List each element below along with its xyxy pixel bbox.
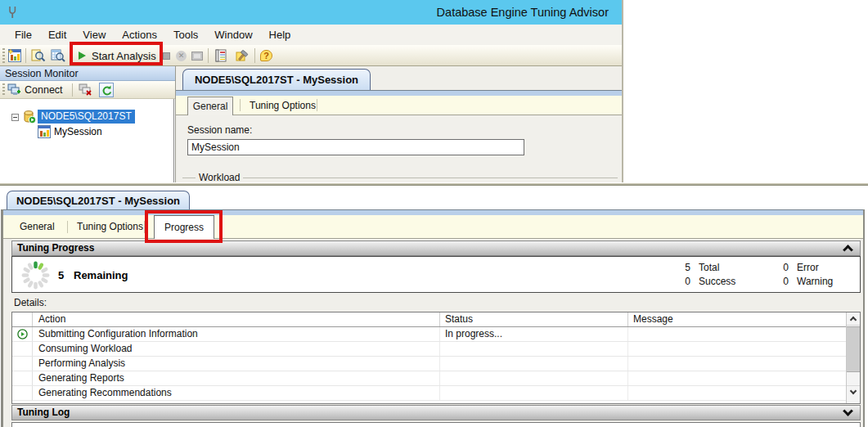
remaining-label: Remaining bbox=[74, 257, 128, 294]
new-session-icon[interactable] bbox=[8, 49, 23, 62]
progress-spinner-icon bbox=[20, 260, 51, 294]
session-document-bottom: NODE5\SQL2017ST - MySession General Tuni… bbox=[0, 187, 868, 427]
progress-tab-page: Tuning Progress bbox=[3, 239, 863, 427]
details-label: Details: bbox=[14, 297, 47, 308]
annotation-box-start-analysis bbox=[70, 42, 163, 65]
status-icon-column bbox=[12, 312, 33, 326]
collapse-chevron-icon[interactable] bbox=[843, 245, 853, 255]
subtab-strip-top: General Tuning Options bbox=[176, 96, 623, 115]
tuning-progress-bar: Tuning Progress bbox=[11, 240, 861, 256]
session-name-input[interactable] bbox=[187, 139, 524, 155]
tuning-log-header: Tuning Log bbox=[17, 407, 70, 418]
screenshot-separator bbox=[0, 183, 868, 186]
tab-tuning-options[interactable]: Tuning Options bbox=[77, 215, 143, 239]
table-row[interactable]: Generating Reports bbox=[12, 371, 860, 386]
session-name-label: Session name: bbox=[187, 124, 252, 136]
toolbar-separator bbox=[254, 48, 255, 63]
column-status[interactable]: Status bbox=[440, 312, 628, 326]
remaining-count: 5 bbox=[58, 257, 64, 294]
tab-tuning-options[interactable]: Tuning Options bbox=[250, 96, 316, 115]
counter-total: 5 Total bbox=[671, 262, 719, 273]
connect-button[interactable]: Connect bbox=[25, 81, 63, 99]
tab-page-frame: General Tuning Options Progress Tuning P… bbox=[1, 209, 865, 427]
tuning-log-bar: Tuning Log bbox=[11, 405, 861, 420]
tab-band bbox=[176, 90, 623, 96]
session-monitor-header: Session Monitor bbox=[0, 66, 175, 81]
stop-analysis-icon[interactable] bbox=[163, 52, 170, 60]
toolbar-separator bbox=[208, 48, 209, 63]
column-message[interactable]: Message bbox=[628, 312, 860, 326]
session-monitor-panel: Session Monitor Connect bbox=[0, 66, 175, 182]
session-document-top: NODE5\SQL2017ST - MySession General Tuni… bbox=[175, 66, 623, 182]
counter-warning: 0 Warning bbox=[769, 276, 833, 287]
workload-groupbox bbox=[182, 178, 618, 178]
subtab-separator bbox=[317, 99, 317, 111]
table-header-row: Action Status Message bbox=[12, 312, 860, 327]
table-row[interactable]: Submitting Configuration Information In … bbox=[12, 327, 860, 342]
toolbar-grip[interactable] bbox=[2, 83, 5, 97]
session-monitor-toolbar: Connect bbox=[0, 81, 175, 99]
tree-collapse-icon[interactable] bbox=[11, 114, 19, 121]
browse-workload-file-icon[interactable] bbox=[31, 49, 46, 62]
window-title: Database Engine Tuning Advisor bbox=[437, 0, 609, 25]
counter-error: 0 Error bbox=[769, 262, 819, 273]
scrollbar-thumb[interactable] bbox=[847, 326, 860, 372]
tuning-progress-header: Tuning Progress bbox=[17, 242, 94, 254]
toolbar-separator bbox=[72, 83, 73, 97]
document-tab[interactable]: NODE5\SQL2017ST - MySession bbox=[7, 191, 190, 210]
details-table: Action Status Message Submitting Configu… bbox=[11, 312, 861, 404]
connect-icon[interactable] bbox=[7, 83, 22, 97]
cancel-icon[interactable]: ✕ bbox=[176, 51, 187, 61]
help-icon[interactable]: ? bbox=[260, 50, 272, 61]
title-bar[interactable]: Database Engine Tuning Advisor bbox=[0, 0, 622, 25]
table-row[interactable]: Generating Recommendations bbox=[12, 386, 860, 401]
circled-play-icon bbox=[12, 327, 33, 341]
app-icon bbox=[7, 6, 19, 22]
scroll-down-button[interactable] bbox=[847, 385, 860, 398]
tuning-log-panel bbox=[11, 422, 861, 427]
menu-tools[interactable]: Tools bbox=[165, 25, 206, 45]
session-tree: NODE5\SQL2017ST MySession bbox=[0, 99, 174, 182]
tuning-options-icon[interactable] bbox=[236, 49, 250, 62]
vertical-scrollbar[interactable] bbox=[846, 312, 860, 403]
column-action[interactable]: Action bbox=[33, 312, 440, 326]
document-tab[interactable]: NODE5\SQL2017ST - MySession bbox=[182, 69, 371, 90]
database-engine-tuning-advisor: Database Engine Tuning Advisor File Edit… bbox=[0, 0, 868, 427]
export-icon[interactable] bbox=[191, 52, 203, 61]
subtab-separator bbox=[240, 99, 241, 111]
table-row[interactable]: Performing Analysis bbox=[12, 357, 860, 371]
workload-label: Workload bbox=[196, 172, 243, 182]
toolbar-separator bbox=[25, 48, 26, 63]
browse-workload-table-icon[interactable] bbox=[51, 49, 65, 62]
expand-chevron-icon[interactable] bbox=[843, 406, 853, 416]
table-row[interactable]: Consuming Workload bbox=[12, 342, 860, 357]
tab-general[interactable]: General bbox=[20, 215, 55, 239]
toolbar-grip[interactable] bbox=[2, 48, 5, 63]
refresh-icon[interactable] bbox=[99, 83, 114, 97]
tree-item-server[interactable]: NODE5\SQL2017ST bbox=[38, 110, 135, 124]
counter-success: 0 Success bbox=[671, 276, 735, 287]
subtab-strip-bottom: General Tuning Options Progress bbox=[3, 215, 863, 239]
main-window: Database Engine Tuning Advisor File Edit… bbox=[0, 0, 623, 182]
tree-item-session[interactable]: MySession bbox=[54, 125, 102, 138]
menu-file[interactable]: File bbox=[7, 25, 40, 45]
tab-general[interactable]: General bbox=[187, 97, 233, 115]
server-icon bbox=[23, 110, 38, 124]
menu-help[interactable]: Help bbox=[261, 25, 299, 45]
subtab-separator bbox=[67, 221, 68, 233]
annotation-box-progress bbox=[145, 210, 223, 243]
session-report-icon[interactable] bbox=[214, 49, 229, 62]
tab-band bbox=[3, 209, 863, 215]
scroll-up-button[interactable] bbox=[847, 312, 860, 326]
menu-window[interactable]: Window bbox=[206, 25, 260, 45]
session-icon bbox=[38, 125, 52, 138]
tuning-progress-panel: 5 Remaining 5 Total 0 Success 0 Error bbox=[11, 256, 861, 293]
disconnect-icon[interactable] bbox=[79, 83, 93, 97]
general-tab-page: Session name: Workload bbox=[176, 116, 623, 182]
